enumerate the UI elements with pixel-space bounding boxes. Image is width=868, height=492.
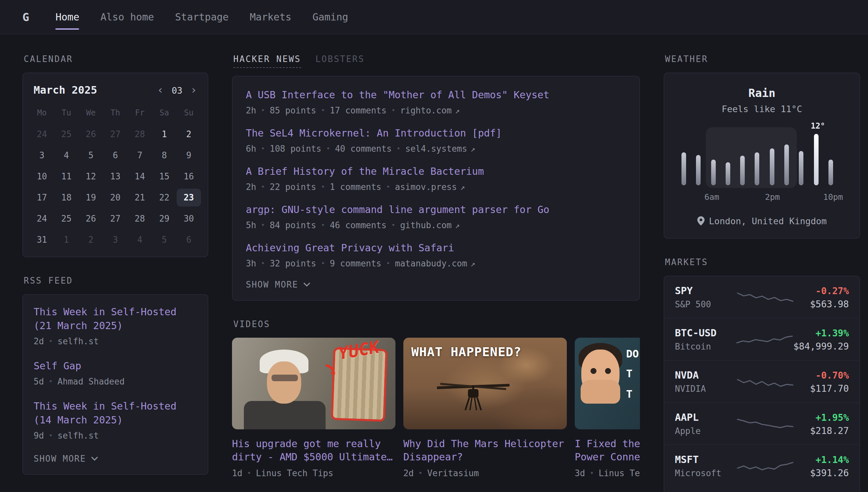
separator-dot: • [48, 431, 53, 440]
meta-text: 1 comments [330, 182, 382, 192]
chevron-down-icon [91, 457, 99, 461]
news-item-title[interactable]: Achieving Great Privacy with Safari [246, 241, 626, 255]
market-row-nvda[interactable]: NVDANVIDIA-0.70%$117.70 [664, 360, 860, 402]
external-link-icon: ↗ [471, 144, 475, 153]
calendar-prev-icon[interactable]: ‹ [157, 84, 164, 96]
market-row-aapl[interactable]: AAPLApple+1.95%$218.27 [664, 402, 860, 444]
calendar-weekday: Th [103, 104, 128, 122]
rss-item-title[interactable]: This Week in Self-Hosted (14 March 2025) [34, 400, 197, 427]
market-ticker: BTC-USD [675, 327, 735, 339]
market-change: -0.27% [794, 285, 849, 296]
source-domain[interactable]: matanabudy.com [395, 259, 467, 268]
video-card[interactable]: DOTTI Fixed the 5Power Connect3d•Linus T… [575, 338, 640, 478]
column-right: WEATHER Rain Feels like 11°C 12° 6am2pm1… [664, 54, 860, 492]
app-logo[interactable]: G [22, 10, 29, 23]
tab-startpage[interactable]: Startpage [175, 0, 229, 34]
markets-widget: SPYS&P 500-0.27%$563.98BTC-USDBitcoin+1.… [664, 276, 860, 492]
rss-item-title[interactable]: Self Gap [34, 360, 197, 373]
video-thumbnail[interactable]: DOTT [575, 338, 640, 429]
calendar-day: 28 [128, 210, 152, 227]
separator-dot: • [48, 337, 53, 346]
calendar-day: 5 [152, 231, 176, 249]
item-meta: 5h•84 points•46 comments•github.com↗ [246, 220, 626, 230]
video-card[interactable]: WHAT HAPPENED?Why Did The Mars Helicopte… [403, 338, 567, 478]
source-domain[interactable]: github.com [400, 220, 452, 230]
item-meta: 6h•108 points•40 comments•sel4.systems↗ [246, 144, 626, 154]
source-domain[interactable]: righto.com [400, 105, 452, 116]
separator-dot: • [321, 221, 325, 229]
calendar-next-icon[interactable]: › [190, 84, 198, 96]
meta-text: selfh.st [58, 336, 99, 346]
video-thumbnail[interactable]: YUCK [232, 338, 395, 429]
separator-dot: • [261, 221, 265, 229]
tab-gaming[interactable]: Gaming [312, 0, 348, 34]
dashboard-grid: CALENDAR March 2025 ‹ 03 › MoTuWeThFrSaS… [0, 34, 868, 492]
calendar-day: 2 [79, 231, 103, 249]
tab-markets[interactable]: Markets [250, 0, 291, 34]
rss-show-more-button[interactable]: SHOW MORE [34, 454, 99, 464]
market-ticker: SPY [675, 285, 736, 297]
calendar-weekday: Sa [152, 104, 176, 122]
market-price: $218.27 [794, 425, 849, 436]
calendar-day: 20 [103, 189, 128, 206]
separator-dot: • [386, 259, 390, 268]
weather-bar [682, 152, 686, 185]
market-row-btc-usd[interactable]: BTC-USDBitcoin+1.39%$84,999.29 [664, 318, 860, 360]
source-domain[interactable]: asimov.press [395, 182, 457, 192]
calendar-day: 31 [30, 231, 54, 249]
item-meta: 2h•85 points•17 comments•righto.com↗ [246, 105, 626, 116]
tab-also-home[interactable]: Also home [101, 0, 154, 34]
calendar-day: 1 [152, 125, 176, 143]
overlay-letter: DO [626, 344, 639, 364]
video-title[interactable]: Why Did The Mars HelicopterDisappear? [403, 437, 567, 464]
overlay-letter: T [626, 385, 639, 404]
person-eye [605, 368, 611, 374]
news-show-more-button[interactable]: SHOW MORE [246, 280, 311, 290]
separator-dot: • [321, 259, 325, 268]
separator-dot: • [261, 183, 265, 191]
calendar-day: 25 [54, 210, 78, 227]
meta-text: 108 points [270, 144, 322, 154]
market-ticker: MSFT [675, 454, 736, 466]
person-hand [581, 380, 620, 403]
list-item: This Week in Self-Hosted (21 March 2025)… [34, 305, 197, 346]
meta-text: 5d [34, 376, 44, 387]
weather-time-label: 10pm [823, 192, 843, 202]
rss-widget: This Week in Self-Hosted (21 March 2025)… [22, 294, 208, 475]
news-tab-lobsters[interactable]: LOBSTERS [315, 54, 365, 68]
calendar-day: 5 [79, 146, 103, 164]
weather-location: London, United Kingdom [709, 216, 827, 226]
news-tab-hacker-news[interactable]: HACKER NEWS [233, 54, 301, 68]
weather-bar-current [814, 134, 818, 185]
market-row-msft[interactable]: MSFTMicrosoft+1.14%$391.26 [664, 444, 860, 487]
news-item-title[interactable]: A Brief History of the Miracle Bacterium [246, 165, 626, 179]
video-title[interactable]: I Fixed the 5Power Connect [575, 437, 640, 464]
calendar-day: 30 [177, 210, 201, 227]
separator-dot: • [261, 106, 265, 115]
video-card[interactable]: YUCKHis upgrade got me reallydirty - AMD… [232, 338, 395, 478]
news-item-title[interactable]: argp: GNU-style command line argument pa… [246, 203, 626, 217]
meta-text: 9 comments [330, 259, 382, 268]
tab-home[interactable]: Home [56, 0, 79, 34]
weather-bar [755, 152, 760, 185]
video-title-line: Power Connect [575, 451, 640, 464]
rss-item-title[interactable]: This Week in Self-Hosted (21 March 2025) [34, 305, 197, 333]
separator-dot: • [391, 221, 395, 229]
video-title-line: dirty - AMD $5000 Ultimate… [232, 451, 395, 464]
list-item: A USB Interface to the "Mother of All De… [246, 89, 626, 116]
separator-dot: • [418, 469, 422, 477]
item-meta: 1d•Linus Tech Tips [232, 468, 395, 478]
meta-text: Veritasium [427, 468, 479, 478]
market-change: +1.39% [793, 327, 849, 338]
item-meta: 5d•Ahmad Shadeed [34, 376, 197, 387]
news-item-title[interactable]: The SeL4 Microkernel: An Introduction [p… [246, 127, 626, 141]
list-item: Achieving Great Privacy with Safari3h•32… [246, 241, 626, 268]
list-item: Self Gap5d•Ahmad Shadeed [34, 360, 197, 387]
market-row-spy[interactable]: SPYS&P 500-0.27%$563.98 [664, 276, 860, 318]
news-item-title[interactable]: A USB Interface to the "Mother of All De… [246, 89, 626, 102]
external-link-icon: ↗ [460, 182, 465, 192]
video-title[interactable]: His upgrade got me reallydirty - AMD $50… [232, 437, 395, 464]
source-domain[interactable]: sel4.systems [405, 144, 467, 154]
calendar-day: 15 [152, 168, 176, 185]
video-thumbnail[interactable]: WHAT HAPPENED? [403, 338, 567, 429]
